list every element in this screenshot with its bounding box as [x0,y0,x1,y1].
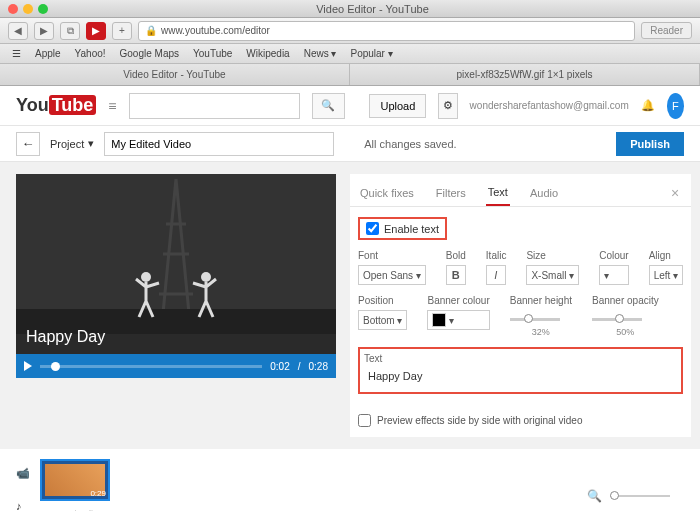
back-arrow-button[interactable]: ← [16,132,40,156]
minimize-window-icon[interactable] [23,4,33,14]
italic-button[interactable]: I [486,265,506,285]
progress-handle[interactable] [51,362,60,371]
font-label: Font [358,250,426,261]
font-dropdown[interactable]: Open Sans ▾ [358,265,426,285]
search-button[interactable]: 🔍 [312,93,346,119]
tabs-button[interactable]: ⧉ [60,22,80,40]
text-field-label: Text [364,353,677,364]
forward-button[interactable]: ▶ [34,22,54,40]
colour-label: Colour [599,250,628,261]
bookmark-link[interactable]: Google Maps [120,48,179,59]
svg-point-2 [141,272,151,282]
bookmarks-menu-icon[interactable]: ☰ [12,48,21,59]
time-current: 0:02 [270,361,289,372]
overlay-text: Happy Day [26,328,105,346]
maximize-window-icon[interactable] [38,4,48,14]
bookmark-link[interactable]: YouTube [193,48,232,59]
enable-text-input[interactable] [366,222,379,235]
bold-label: Bold [446,250,466,261]
size-dropdown[interactable]: X-Small ▾ [526,265,579,285]
window-title: Video Editor - YouTube [53,3,692,15]
browser-tab[interactable]: pixel-xf83z5WfW.gif 1×1 pixels [350,64,700,85]
editor-panel: Quick fixes Filters Text Audio × Enable … [350,174,691,437]
banner-colour-picker[interactable]: ▾ [427,310,489,330]
align-dropdown[interactable]: Left ▾ [649,265,683,285]
settings-button[interactable]: ⚙ [438,93,457,119]
size-label: Size [526,250,579,261]
align-label: Align [649,250,683,261]
text-panel: Enable text FontOpen Sans ▾ BoldB Italic… [350,207,691,404]
banner-height-slider[interactable] [510,318,560,321]
enable-text-checkbox[interactable]: Enable text [358,217,447,240]
text-field-input[interactable]: Happy Day [364,364,677,388]
back-button[interactable]: ◀ [8,22,28,40]
mac-titlebar: Video Editor - YouTube [0,0,700,18]
bookmark-link[interactable]: Wikipedia [246,48,289,59]
banner-colour-label: Banner colour [427,295,489,306]
tab-quick-fixes[interactable]: Quick fixes [358,181,416,205]
bookmark-link[interactable]: Apple [35,48,61,59]
browser-tabs: Video Editor - YouTube pixel-xf83z5WfW.g… [0,64,700,86]
browser-toolbar: ◀ ▶ ⧉ ▶ + 🔒 www.youtube.com/editor Reade… [0,18,700,44]
tab-filters[interactable]: Filters [434,181,468,205]
bold-button[interactable]: B [446,265,466,285]
bookmarks-bar: ☰ Apple Yahoo! Google Maps YouTube Wikip… [0,44,700,64]
main-area: Happy Day 0:02/0:28 Quick fixes Filters … [0,162,700,449]
zoom-icon[interactable]: 🔍 [587,489,602,503]
position-label: Position [358,295,407,306]
bookmark-link[interactable]: Popular ▾ [350,48,392,59]
address-bar[interactable]: 🔒 www.youtube.com/editor [138,21,635,41]
youtube-shortcut-icon[interactable]: ▶ [86,22,106,40]
video-controls: 0:02/0:28 [16,354,336,378]
timeline-clip[interactable]: 0:29 [40,459,110,501]
clip-duration: 0:29 [90,489,106,498]
colour-swatch [432,313,446,327]
panel-tabs: Quick fixes Filters Text Audio × [350,174,691,207]
search-input[interactable] [129,93,300,119]
preview-side-checkbox[interactable]: Preview effects side by side with origin… [350,404,691,437]
chevron-down-icon: ▾ [88,137,94,150]
gear-icon: ⚙ [443,99,453,112]
video-preview[interactable]: Happy Day [16,174,336,354]
tab-audio[interactable]: Audio [528,181,560,205]
italic-label: Italic [486,250,507,261]
position-dropdown[interactable]: Bottom ▾ [358,310,407,330]
close-window-icon[interactable] [8,4,18,14]
slider-handle[interactable] [615,314,624,323]
banner-height-label: Banner height [510,295,572,306]
zoom-slider[interactable] [610,495,670,497]
add-button[interactable]: + [112,22,132,40]
svg-point-3 [201,272,211,282]
reader-button[interactable]: Reader [641,22,692,39]
banner-opacity-slider[interactable] [592,318,642,321]
banner-opacity-label: Banner opacity [592,295,659,306]
audio-track-icon: ♪ [16,500,30,511]
url-text: www.youtube.com/editor [161,25,270,36]
colour-dropdown[interactable]: ▾ [599,265,628,285]
play-button[interactable] [24,361,32,371]
close-panel-button[interactable]: × [667,181,683,205]
publish-button[interactable]: Publish [616,132,684,156]
search-icon: 🔍 [321,99,335,112]
zoom-control: 🔍 [587,489,670,503]
bookmark-link[interactable]: Yahoo! [75,48,106,59]
slider-handle[interactable] [524,314,533,323]
tab-text[interactable]: Text [486,180,510,206]
time-duration: 0:28 [309,361,328,372]
progress-bar[interactable] [40,365,262,368]
guide-menu-icon[interactable]: ≡ [108,98,116,114]
project-toolbar: ← Project ▾ All changes saved. Publish [0,126,700,162]
upload-button[interactable]: Upload [369,94,426,118]
user-email[interactable]: wondersharefantashow@gmail.com [470,100,629,111]
preview-side-input[interactable] [358,414,371,427]
bookmark-link[interactable]: News ▾ [304,48,337,59]
project-name-input[interactable] [104,132,334,156]
zoom-handle[interactable] [610,491,619,500]
youtube-logo[interactable]: YouTube [16,95,96,116]
video-track-icon: 📹 [16,467,30,480]
avatar[interactable]: F [667,93,684,119]
browser-tab[interactable]: Video Editor - YouTube [0,64,350,85]
project-label[interactable]: Project ▾ [50,137,94,150]
bell-icon[interactable]: 🔔 [641,99,655,112]
lock-icon: 🔒 [145,25,157,36]
